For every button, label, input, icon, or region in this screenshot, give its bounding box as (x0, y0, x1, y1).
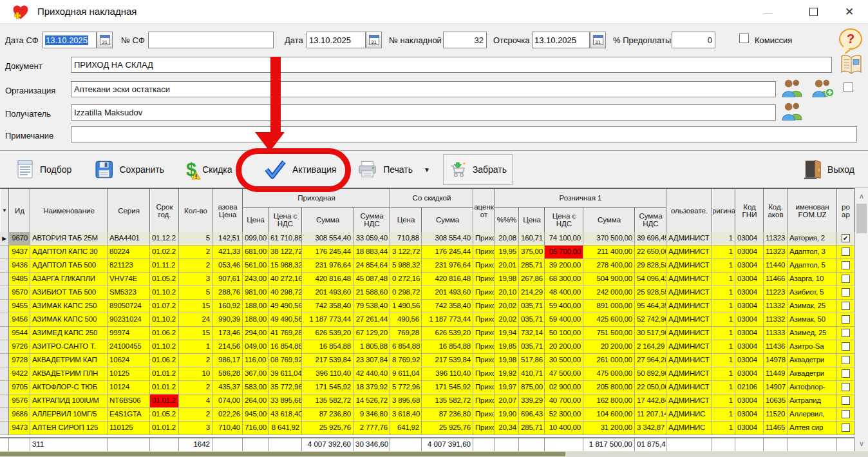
cell-user[interactable]: АДМИНИСТ (666, 273, 712, 286)
cell-r_sum_vat[interactable]: 27 964,28 (635, 354, 666, 367)
cell-fom[interactable]: Алтея сир (788, 422, 837, 435)
cell-series[interactable]: NT6BS06 (108, 394, 150, 408)
cell-orig[interactable]: 1 (712, 354, 735, 367)
take-button[interactable]: Забрать (443, 154, 513, 185)
prepayment-input[interactable] (672, 32, 715, 48)
cell-base[interactable]: 907,61 (212, 273, 243, 286)
cell-check[interactable] (837, 408, 854, 422)
cell-gni[interactable]: 03004 (735, 232, 764, 246)
column-header-p_price[interactable]: Цена (243, 208, 269, 232)
cell-d_sum[interactable]: 626 539,20 (422, 327, 473, 340)
cell-r_sum[interactable]: 31 200,00 (583, 422, 635, 435)
cell-r_price_vat[interactable]: 02 900,00 (545, 381, 583, 394)
cell-r_sum_vat[interactable]: 17 442,84 (635, 394, 666, 408)
cell-d_sum[interactable]: 201 493,60 (422, 286, 473, 300)
cell-series[interactable]: 89050724 (108, 300, 150, 313)
cell-r_sum_vat[interactable]: 39 696,45 (635, 232, 666, 246)
row-checkbox[interactable] (842, 423, 850, 432)
column-header-r_price[interactable]: Цена (519, 208, 545, 232)
cell-sel[interactable] (0, 313, 9, 327)
cell-r_sum[interactable]: 475 000,00 (583, 367, 635, 381)
cell-p_price[interactable]: 561,00 (243, 259, 269, 273)
cell-r_sum_vat[interactable]: 50 892,90 (635, 367, 666, 381)
cell-fom[interactable]: Адаптол, 5 (788, 259, 837, 273)
cell-markup[interactable]: Прихс (473, 422, 495, 435)
cell-qty[interactable]: 3 (179, 422, 212, 435)
cell-name[interactable]: АЗИМЕД КАПС 250 (30, 327, 108, 340)
cell-fom[interactable]: Аллервил, (788, 408, 837, 422)
cell-sel[interactable] (0, 408, 9, 422)
cell-pct[interactable]: 20,34 (495, 422, 519, 435)
organization-people-icon[interactable] (781, 78, 804, 97)
cell-p_sum_vat[interactable]: 67 129,20 (354, 327, 390, 340)
cell-gni[interactable]: 03004 (735, 313, 764, 327)
cell-check[interactable] (837, 327, 854, 340)
cell-pack[interactable]: 14907 (764, 381, 788, 394)
exit-button[interactable]: Выход (797, 154, 860, 185)
cell-id[interactable]: 9456 (9, 313, 30, 327)
cell-r_price[interactable]: 696,43 (519, 408, 545, 422)
cell-d_price[interactable]: 6 854,88 (390, 340, 422, 354)
cell-id[interactable]: 9705 (9, 381, 30, 394)
cell-r_price[interactable]: 160,71 (519, 232, 545, 246)
cell-id[interactable]: 9422 (9, 367, 30, 381)
cell-p_price[interactable]: 716,00 (243, 422, 269, 435)
cell-markup[interactable]: Прихс (473, 354, 495, 367)
row-checkbox[interactable] (842, 302, 850, 310)
cell-gni[interactable]: 03004 (735, 246, 764, 259)
column-header-r_price_vat[interactable]: Цена сНДС (545, 208, 583, 232)
cell-p_sum[interactable]: 201 493,60 (302, 286, 354, 300)
cell-p_price[interactable]: 945,00 (243, 408, 269, 422)
table-row[interactable]: 9576АКТРАПИД 100IU/MNT6BS0601.01.24074,0… (0, 394, 854, 408)
row-checkbox[interactable] (842, 261, 850, 269)
cell-fom[interactable]: Адаптол, 3 (788, 246, 837, 259)
cell-fom[interactable]: Аквадетри (788, 367, 837, 381)
row-checkbox[interactable] (842, 396, 850, 405)
cell-p_sum_vat[interactable]: 18 379,92 (354, 381, 390, 394)
cell-sel[interactable] (0, 327, 9, 340)
cell-base[interactable]: 435,37 (212, 381, 243, 394)
cell-pct[interactable]: 20,08 (495, 232, 519, 246)
cell-pct[interactable]: 19,92 (495, 367, 519, 381)
cell-gni[interactable]: 03004 (735, 286, 764, 300)
cell-d_sum[interactable]: 742 358,40 (422, 300, 473, 313)
cell-pack[interactable]: 11440 (764, 259, 788, 273)
column-header-pct[interactable]: %%% (495, 208, 519, 232)
cell-p_sum[interactable]: 420 816,48 (302, 273, 354, 286)
cell-p_sum_vat[interactable]: 1 805,88 (354, 340, 390, 354)
cell-p_sum[interactable]: 308 554,40 (302, 232, 354, 246)
cell-p_price[interactable]: 188,00 (243, 300, 269, 313)
table-row[interactable]: 9456АЗИМАК КАПС 5009023102401.10.224990,… (0, 313, 854, 327)
cell-id[interactable]: 9570 (9, 286, 30, 300)
cell-r_sum_vat[interactable]: 22 050,00 (635, 381, 666, 394)
cell-gni[interactable]: 03004 (735, 259, 764, 273)
catalog-book-icon[interactable] (839, 54, 863, 75)
cell-pct[interactable]: 20,02 (495, 313, 519, 327)
cell-r_price_vat[interactable]: 10 400,00 (545, 422, 583, 435)
cell-id[interactable]: 9686 (9, 408, 30, 422)
cell-gni[interactable]: 03004 (735, 422, 764, 435)
close-button[interactable]: ✕ (835, 0, 864, 24)
cell-user[interactable]: АДМИНИСТ (666, 313, 712, 327)
cell-user[interactable]: АДМИНИСТ (666, 354, 712, 367)
row-checkbox[interactable] (842, 410, 850, 418)
cell-gni[interactable]: 03004 (735, 300, 764, 313)
cell-expiry[interactable]: 01.01.2 (150, 381, 179, 394)
vertical-scrollbar[interactable]: ∧ ∨ (854, 188, 868, 451)
cell-series[interactable]: VHV74E (108, 273, 150, 286)
cell-id[interactable]: 9728 (9, 354, 30, 367)
cell-series[interactable]: 99974 (108, 327, 150, 340)
cell-p_sum_vat[interactable]: 24 854,64 (354, 259, 390, 273)
cell-pack[interactable]: 11223 (764, 286, 788, 300)
cell-check[interactable] (837, 246, 854, 259)
cell-pct[interactable]: 19,97 (495, 381, 519, 394)
cell-gni[interactable]: 03004 (735, 340, 764, 354)
column-header-d_sum[interactable]: Сумма (422, 208, 473, 232)
scroll-up-icon[interactable]: ∧ (855, 190, 868, 202)
cell-qty[interactable]: 4 (179, 394, 212, 408)
cell-p_price_vat[interactable]: 40 298,72 (269, 286, 302, 300)
cell-d_price[interactable]: 9 611,04 (390, 367, 422, 381)
cell-d_price[interactable]: 5 988,32 (390, 259, 422, 273)
column-header-markup[interactable]: аценкот (473, 189, 495, 232)
cell-orig[interactable]: 1 (712, 232, 735, 246)
